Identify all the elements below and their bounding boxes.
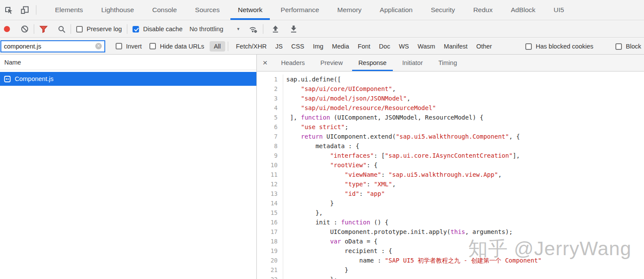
type-filter-all[interactable]: All xyxy=(210,41,225,52)
type-filter-strip: AllFetch/XHRJSCSSImgMediaFontDocWSWasmMa… xyxy=(210,41,496,52)
code-line-19: 19 recipient : { xyxy=(257,246,644,256)
type-filter-fetch-xhr[interactable]: Fetch/XHR xyxy=(232,41,271,52)
code-line-16: 16 init : function () { xyxy=(257,217,644,227)
tab-sources[interactable]: Sources xyxy=(186,0,229,20)
search-icon[interactable] xyxy=(58,26,65,33)
line-number: 13 xyxy=(257,189,283,198)
invert-checkbox[interactable] xyxy=(116,43,122,49)
type-filter-other[interactable]: Other xyxy=(472,41,496,52)
type-filter-media[interactable]: Media xyxy=(328,41,354,52)
filter-icon[interactable] xyxy=(39,26,48,33)
disable-cache-checkbox[interactable] xyxy=(133,26,139,32)
line-number: 3 xyxy=(257,94,283,103)
detail-tab-preview[interactable]: Preview xyxy=(313,55,351,71)
record-button[interactable] xyxy=(4,26,10,32)
code-line-9: 9 "interfaces": ["sap.ui.core.IAsyncCont… xyxy=(257,151,644,160)
code-line-5: 5 ], function (UIComponent, JSONModel, R… xyxy=(257,113,644,122)
code-line-3: 3 "sap/ui/model/json/JSONModel", xyxy=(257,94,644,103)
network-conditions-icon[interactable] xyxy=(249,25,258,33)
throttling-select[interactable]: No throttling xyxy=(189,26,223,32)
code-text: "id": "app" xyxy=(283,189,385,198)
type-filter-css[interactable]: CSS xyxy=(287,41,309,52)
code-line-2: 2 "sap/ui/core/UIComponent", xyxy=(257,84,644,94)
type-filter-font[interactable]: Font xyxy=(353,41,375,52)
tab-performance[interactable]: Performance xyxy=(272,0,328,20)
tab-adblock[interactable]: AdBlock xyxy=(502,0,544,20)
clear-filter-icon[interactable]: × xyxy=(95,43,102,49)
filter-input[interactable] xyxy=(1,43,88,50)
line-number: 6 xyxy=(257,122,283,132)
name-column-header[interactable]: Name xyxy=(0,55,256,70)
line-number: 15 xyxy=(257,208,283,217)
code-text: ], function (UIComponent, JSONModel, Res… xyxy=(283,113,483,122)
import-har-icon[interactable] xyxy=(272,25,279,33)
line-number: 18 xyxy=(257,237,283,246)
type-filter-img[interactable]: Img xyxy=(308,41,327,52)
tab-redux[interactable]: Redux xyxy=(464,0,502,20)
code-line-10: 10 "rootView": { xyxy=(257,160,644,170)
detail-tab-headers[interactable]: Headers xyxy=(273,55,313,71)
tab-network[interactable]: Network xyxy=(229,0,272,20)
filter-input-box: × xyxy=(0,40,105,52)
code-text: "use strict"; xyxy=(283,122,348,132)
type-filter-wasm[interactable]: Wasm xyxy=(413,41,440,52)
type-filter-js[interactable]: JS xyxy=(271,41,287,52)
request-list-pane: Name Component.js xyxy=(0,55,257,279)
code-line-4: 4 "sap/ui/model/resource/ResourceModel" xyxy=(257,103,644,113)
inspect-element-icon[interactable] xyxy=(4,5,13,15)
line-number: 20 xyxy=(257,256,283,265)
has-blocked-cookies-label: Has blocked cookies xyxy=(536,43,593,50)
request-row-component-js[interactable]: Component.js xyxy=(0,72,256,86)
clear-requests-icon[interactable] xyxy=(21,25,29,33)
tab-elements[interactable]: Elements xyxy=(46,0,92,20)
device-toolbar-icon[interactable] xyxy=(20,5,29,15)
code-text: }, xyxy=(283,208,323,217)
detail-tab-strip: HeadersPreviewResponseInitiatorTiming xyxy=(273,55,465,71)
line-number: 9 xyxy=(257,151,283,160)
code-line-21: 21 } xyxy=(257,265,644,275)
tab-lighthouse[interactable]: Lighthouse xyxy=(92,0,143,20)
divider xyxy=(71,24,71,34)
tab-memory[interactable]: Memory xyxy=(328,0,371,20)
code-line-7: 7 return UIComponent.extend("sap.ui5.wal… xyxy=(257,132,644,141)
blocked-requests-checkbox[interactable] xyxy=(615,43,622,50)
tab-ui5[interactable]: UI5 xyxy=(544,0,573,20)
line-number: 12 xyxy=(257,179,283,189)
code-line-11: 11 "viewName": "sap.ui5.walkthrough.view… xyxy=(257,170,644,179)
code-text: sap.ui.define([ xyxy=(283,75,341,84)
code-line-13: 13 "id": "app" xyxy=(257,189,644,198)
detail-tab-response[interactable]: Response xyxy=(350,55,394,71)
hide-data-urls-checkbox[interactable] xyxy=(149,43,156,49)
type-filter-doc[interactable]: Doc xyxy=(375,41,395,52)
type-filter-ws[interactable]: WS xyxy=(395,41,413,52)
code-text: "sap/ui/model/resource/ResourceModel" xyxy=(283,103,436,113)
main-tab-strip: ElementsLighthouseConsoleSourcesNetworkP… xyxy=(46,0,573,20)
code-text: "sap/ui/model/json/JSONModel", xyxy=(283,94,411,103)
detail-tab-timing[interactable]: Timing xyxy=(430,55,465,71)
tab-application[interactable]: Application xyxy=(371,0,422,20)
divider xyxy=(36,5,36,15)
has-blocked-cookies-checkbox[interactable] xyxy=(525,43,532,50)
close-icon[interactable]: × xyxy=(257,55,273,71)
response-code-viewer[interactable]: 1sap.ui.define([2 "sap/ui/core/UICompone… xyxy=(257,71,644,279)
code-line-12: 12 "type": "XML", xyxy=(257,179,644,189)
line-number: 8 xyxy=(257,141,283,151)
export-har-icon[interactable] xyxy=(290,25,297,33)
tab-security[interactable]: Security xyxy=(422,0,464,20)
type-filter-manifest[interactable]: Manifest xyxy=(440,41,472,52)
detail-pane: × HeadersPreviewResponseInitiatorTiming … xyxy=(257,55,644,279)
code-line-15: 15 }, xyxy=(257,208,644,217)
request-name: Component.js xyxy=(15,75,53,82)
line-number: 5 xyxy=(257,113,283,122)
code-text: "type": "XML", xyxy=(283,179,396,189)
line-number: 22 xyxy=(257,275,283,279)
divider xyxy=(127,24,127,34)
code-line-8: 8 metadata : { xyxy=(257,141,644,151)
tab-console[interactable]: Console xyxy=(143,0,186,20)
line-number: 4 xyxy=(257,103,283,113)
detail-tab-initiator[interactable]: Initiator xyxy=(395,55,431,71)
code-text: }; xyxy=(283,275,337,279)
preserve-log-checkbox[interactable] xyxy=(76,26,83,32)
chevron-down-icon[interactable]: ▼ xyxy=(236,27,240,31)
code-text: UIComponent.prototype.init.apply(this, a… xyxy=(283,227,513,237)
